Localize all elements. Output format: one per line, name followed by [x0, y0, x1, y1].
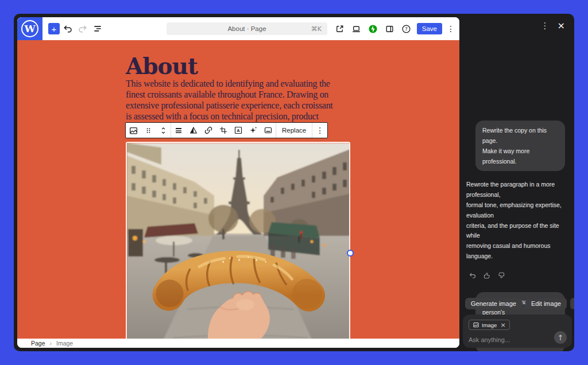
block-mover[interactable] [156, 123, 171, 138]
settings-sidebar-toggle[interactable] [383, 22, 397, 36]
crop-button[interactable] [216, 123, 231, 138]
page-title[interactable]: About [126, 53, 198, 79]
image-block-toolbar: A Replace ⋮ [125, 122, 328, 138]
chat-input-box[interactable]: Image × ↑ [463, 314, 572, 348]
wordpress-logo[interactable]: W [17, 17, 42, 40]
generate-image-button[interactable]: Generate image [465, 298, 522, 309]
document-bar[interactable]: About · Page ⌘K [167, 22, 327, 35]
list-view-icon [92, 24, 103, 34]
document-title: About · Page [227, 25, 266, 32]
editor-topbar: W + About · Page ⌘K [17, 17, 459, 40]
breadcrumb-page[interactable]: Page [31, 340, 45, 347]
image-resize-handle[interactable] [347, 250, 354, 257]
view-site-button[interactable] [333, 22, 347, 36]
help-icon: ? [401, 24, 411, 34]
feedback-row [469, 271, 565, 279]
preview-button[interactable] [350, 22, 363, 36]
svg-text:A: A [237, 128, 240, 133]
retry-icon [469, 271, 477, 279]
caption-icon [264, 126, 273, 135]
image-icon [473, 321, 479, 328]
user-message: Rewrite the copy on this page. Make it w… [475, 121, 565, 171]
send-button[interactable]: ↑ [554, 331, 567, 344]
thumbs-up-icon [483, 271, 491, 279]
edit-image-button[interactable]: Edit image [525, 298, 567, 309]
drag-dots-icon [144, 126, 153, 135]
image-block-type-button[interactable] [126, 123, 141, 138]
chip-remove-button[interactable]: × [500, 322, 505, 328]
kebab-icon: ⋮ [315, 126, 325, 135]
jetpack-ai-button[interactable] [366, 22, 380, 36]
croissant-paris-photo [127, 143, 350, 339]
text-overlay-button[interactable]: A [231, 123, 246, 138]
crop-icon [219, 126, 228, 135]
up-arrow-icon: ↑ [558, 333, 564, 342]
move-up-down-icon [159, 126, 168, 135]
thumbs-down-button[interactable] [497, 271, 505, 279]
save-button[interactable]: Save [417, 23, 442, 34]
app-window: W + About · Page ⌘K [14, 14, 574, 351]
image-icon [129, 126, 138, 135]
options-menu-button[interactable]: ⋮ [446, 24, 456, 33]
wordpress-w-icon: W [21, 20, 38, 37]
drag-handle[interactable] [141, 123, 156, 138]
laptop-icon [351, 24, 361, 34]
quick-actions: Generate image Edit image Remove backgro… [465, 298, 574, 309]
breadcrumb-image[interactable]: Image [56, 340, 73, 347]
link-icon [204, 126, 213, 135]
sidebar-icon [385, 24, 394, 34]
croissant-image-block[interactable] [126, 142, 350, 339]
align-icon [174, 126, 183, 135]
replace-button[interactable]: Replace [276, 123, 312, 138]
chip-label: Image [482, 322, 497, 328]
duotone-icon [189, 126, 198, 135]
panel-close-button[interactable]: × [558, 21, 565, 30]
ai-assist-button[interactable] [246, 123, 261, 138]
ai-assistant-panel: ⋮ × Rewrite the copy on this page. Make … [459, 14, 574, 351]
external-link-icon [335, 24, 345, 34]
plus-icon: + [52, 24, 57, 34]
remove-background-button[interactable]: Remove background [570, 298, 574, 309]
align-button[interactable] [171, 123, 186, 138]
retry-button[interactable] [469, 271, 477, 279]
page-paragraph[interactable]: This website is dedicated to identifying… [126, 78, 333, 122]
help-button[interactable]: ? [400, 22, 413, 36]
thumbs-up-button[interactable] [483, 271, 491, 279]
thumbs-down-icon [497, 271, 505, 279]
wordpress-editor: W + About · Page ⌘K [17, 17, 459, 348]
link-button[interactable] [201, 123, 216, 138]
redo-icon [78, 24, 88, 34]
block-options-button[interactable]: ⋮ [312, 123, 327, 138]
panel-options-button[interactable]: ⋮ [541, 21, 550, 31]
sparkle-icon [249, 126, 258, 135]
assistant-message: Rewrote the paragraph in a more professi… [466, 180, 565, 262]
panel-header: ⋮ × [459, 14, 574, 31]
command-shortcut: ⌘K [311, 25, 322, 33]
caption-button[interactable] [261, 123, 276, 138]
jetpack-icon [368, 24, 378, 34]
undo-icon [63, 24, 73, 34]
undo-button[interactable] [61, 22, 75, 36]
duotone-filter-button[interactable] [186, 123, 201, 138]
redo-button[interactable] [76, 22, 90, 36]
image-context-chip: Image × [469, 320, 510, 330]
topbar-actions: ? Save ⋮ [332, 17, 456, 40]
ask-anything-input[interactable] [469, 336, 543, 343]
text-overlay-icon: A [234, 126, 243, 135]
editor-canvas: About This website is dedicated to ident… [17, 40, 459, 339]
list-view-button[interactable] [91, 22, 105, 36]
svg-text:?: ? [405, 26, 408, 32]
breadcrumb: Page › Image [17, 339, 459, 348]
block-inserter-button[interactable]: + [48, 23, 60, 34]
breadcrumb-separator-icon: › [50, 340, 52, 347]
